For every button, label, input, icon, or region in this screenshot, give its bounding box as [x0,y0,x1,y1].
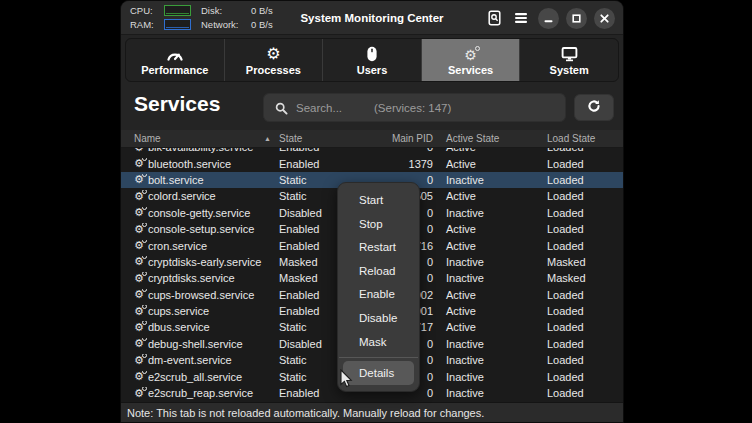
service-name: e2scrub_reap.service [148,387,253,399]
service-name: e2scrub_all.service [148,371,242,383]
service-name: cryptdisks.service [148,272,235,284]
service-load-state: Loaded [534,289,619,301]
sort-ascending-icon: ▲ [264,135,271,142]
menu-item-disable[interactable]: Disable [338,307,419,331]
menu-item-mask[interactable]: Mask [338,331,419,355]
tab-services[interactable]: ⚙︎Services [422,39,521,81]
maximize-button[interactable] [566,8,587,29]
service-gear-icon: ⚙︎ [134,355,144,366]
service-gear-icon: ⚙︎ [134,289,144,300]
service-main-pid: 0 [379,148,433,153]
service-state: Enabled [279,158,379,170]
tab-label: Processes [246,64,301,76]
document-search-icon[interactable] [484,8,504,28]
service-active-state: Active [433,305,534,317]
service-gear-icon: ⚙︎ [134,256,144,267]
service-load-state: Loaded [534,305,619,317]
column-header-state[interactable]: State [279,133,379,144]
network-value: 0 B/s [251,19,273,30]
service-active-state: Inactive [433,256,534,268]
service-load-state: Loaded [534,371,619,383]
search-box[interactable]: (Services: 147) [263,93,566,122]
ram-label: RAM: [130,19,160,30]
service-active-state: Inactive [433,207,534,219]
service-name: bluetooth.service [148,158,231,170]
close-button[interactable] [594,8,615,29]
service-gear-icon: ⚙︎ [134,371,144,382]
disk-label: Disk: [201,5,247,16]
service-gear-icon: ⚙︎ [134,240,144,251]
table-row[interactable]: ⚙︎blk-availability.serviceEnabled0Active… [121,148,623,155]
menu-item-restart[interactable]: Restart [338,236,419,260]
service-active-state: Active [433,240,534,252]
tab-label: Performance [141,64,208,76]
gauge-icon [166,45,184,62]
services-toolbar: Services (Services: 147) [121,85,623,130]
monitor-icon [561,45,578,62]
service-load-state: Loaded [534,387,619,399]
page-title: Services [134,92,220,116]
menu-item-reload[interactable]: Reload [338,260,419,284]
menu-separator [339,357,418,358]
table-row[interactable]: ⚙︎bluetooth.serviceEnabled1379ActiveLoad… [121,155,623,171]
service-name: cups-browsed.service [148,289,254,301]
menu-item-start[interactable]: Start [338,189,419,213]
service-gear-icon: ⚙︎ [134,158,144,169]
tab-label: Services [448,64,493,76]
hamburger-menu-icon[interactable] [511,8,531,28]
menu-item-details[interactable]: Details [343,361,414,385]
service-load-state: Masked [534,272,619,284]
tab-bar-section: Performance⚙︎ProcessesUsers⚙︎ServicesSys… [121,35,623,85]
service-active-state: Active [433,289,534,301]
search-icon [275,101,288,119]
service-name: bolt.service [148,174,204,186]
service-load-state: Loaded [534,338,619,350]
service-load-state: Loaded [534,354,619,366]
service-active-state: Inactive [433,371,534,383]
gear-icon: ⚙︎ [266,45,280,62]
service-load-state: Loaded [534,321,619,333]
column-header-name[interactable]: Name ▲ [134,133,279,144]
services-icon: ⚙︎ [464,45,477,62]
services-count: (Services: 147) [374,102,451,114]
disk-value: 0 B/s [251,5,273,16]
column-header-active-state[interactable]: Active State [433,133,534,144]
service-name: console-setup.service [148,223,254,235]
titlebar: CPU: RAM: Disk: 0 B/s Network: [121,1,623,35]
service-active-state: Active [433,158,534,170]
service-active-state: Active [433,321,534,333]
service-active-state: Inactive [433,387,534,399]
service-main-pid: 1379 [379,158,433,170]
mouse-cursor [339,369,353,393]
service-gear-icon: ⚙︎ [134,207,144,218]
service-load-state: Loaded [534,207,619,219]
service-gear-icon: ⚙︎ [134,148,144,153]
minimize-button[interactable] [538,8,559,29]
service-gear-icon: ⚙︎ [134,174,144,185]
service-load-state: Loaded [534,158,619,170]
service-name: cryptdisks-early.service [148,256,262,268]
service-load-state: Masked [534,256,619,268]
tab-label: System [550,64,589,76]
service-load-state: Loaded [534,240,619,252]
refresh-button[interactable] [574,94,614,121]
tab-system[interactable]: System [520,39,618,81]
service-name: dbus.service [148,321,210,333]
service-active-state: Active [433,223,534,235]
status-note: Note: This tab is not reloaded automatic… [127,407,484,419]
column-header-load-state[interactable]: Load State [534,133,619,144]
tab-users[interactable]: Users [323,39,422,81]
service-load-state: Loaded [534,190,619,202]
menu-item-enable[interactable]: Enable [338,283,419,307]
service-active-state: Inactive [433,354,534,366]
refresh-icon [587,99,601,117]
service-gear-icon: ⚙︎ [134,338,144,349]
menu-item-stop[interactable]: Stop [338,213,419,237]
service-context-menu: StartStopRestartReloadEnableDisableMaskD… [337,182,420,392]
titlebar-stats: CPU: RAM: Disk: 0 B/s Network: [130,5,273,31]
tab-performance[interactable]: Performance [126,39,225,81]
tab-processes[interactable]: ⚙︎Processes [225,39,324,81]
cpu-minigraph [164,5,191,16]
service-gear-icon: ⚙︎ [134,388,144,399]
column-header-main-pid[interactable]: Main PID [379,133,433,144]
